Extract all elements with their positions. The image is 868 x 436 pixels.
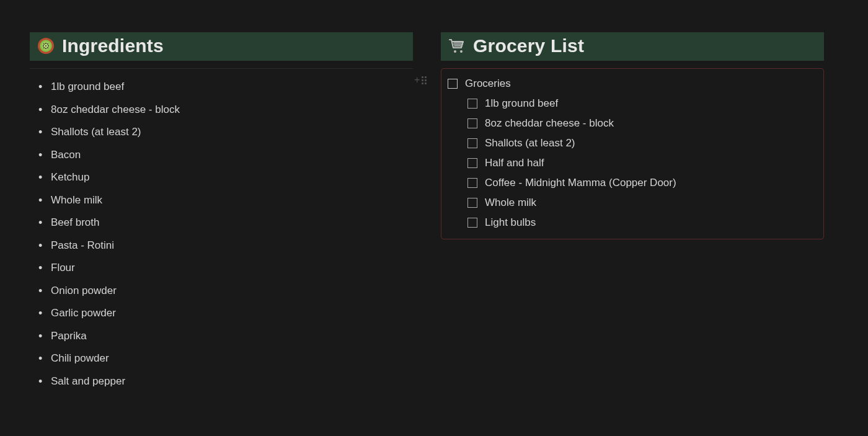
todo-label: Half and half — [485, 157, 544, 169]
todo-item[interactable]: Coffee - Midnight Mamma (Copper Door) — [446, 173, 818, 193]
list-item[interactable]: 8oz cheddar cheese - block — [38, 102, 413, 118]
add-block-button[interactable]: + — [414, 75, 420, 85]
list-item[interactable]: Ketchup — [38, 169, 413, 185]
list-item[interactable]: Shallots (at least 2) — [38, 124, 413, 140]
checkbox-icon[interactable] — [448, 79, 458, 89]
todo-label: Groceries — [465, 78, 511, 90]
checkbox-icon[interactable] — [467, 118, 477, 128]
list-item[interactable]: Beef broth — [38, 215, 413, 231]
list-item[interactable]: Garlic powder — [38, 305, 413, 321]
todo-label: 1lb ground beef — [485, 97, 558, 110]
todo-item[interactable]: Shallots (at least 2) — [446, 133, 818, 153]
todo-label: Whole milk — [485, 197, 536, 209]
ingredients-column: Ingredients 1lb ground beef8oz cheddar c… — [30, 32, 413, 396]
checkbox-icon[interactable] — [467, 138, 477, 148]
list-item[interactable]: Salt and pepper — [38, 373, 413, 389]
ingredients-heading[interactable]: Ingredients — [30, 32, 413, 61]
divider — [30, 68, 413, 69]
todo-item-parent[interactable]: Groceries — [446, 74, 818, 94]
grocery-heading[interactable]: Grocery List — [441, 32, 824, 61]
svg-point-0 — [454, 50, 456, 53]
list-item[interactable]: Onion powder — [38, 283, 413, 299]
todo-label: 8oz cheddar cheese - block — [485, 117, 614, 130]
drag-handle-icon[interactable] — [422, 76, 429, 84]
todo-label: Light bulbs — [485, 216, 536, 229]
shopping-cart-icon — [447, 36, 467, 56]
list-item[interactable]: Flour — [38, 260, 413, 276]
list-item[interactable]: Paprika — [38, 328, 413, 344]
block-handles: + — [414, 75, 429, 85]
todo-item[interactable]: Half and half — [446, 153, 818, 173]
grocery-column: Grocery List + Groceries 1lb ground beef… — [441, 32, 824, 396]
checkbox-icon[interactable] — [467, 99, 477, 109]
checkbox-icon[interactable] — [467, 158, 477, 168]
list-item[interactable]: Chili powder — [38, 350, 413, 367]
todo-label: Shallots (at least 2) — [485, 137, 575, 149]
todo-item[interactable]: 1lb ground beef — [446, 94, 818, 113]
ingredients-title: Ingredients — [62, 35, 164, 56]
list-item[interactable]: Bacon — [38, 147, 413, 163]
list-item[interactable]: Pasta - Rotini — [38, 238, 413, 254]
kiwi-icon — [36, 36, 56, 56]
list-item[interactable]: 1lb ground beef — [38, 79, 413, 95]
checkbox-icon[interactable] — [467, 178, 477, 188]
checkbox-icon[interactable] — [467, 198, 477, 208]
grocery-title: Grocery List — [473, 35, 584, 56]
list-item[interactable]: Whole milk — [38, 192, 413, 208]
todo-item[interactable]: Whole milk — [446, 193, 818, 213]
checkbox-icon[interactable] — [467, 218, 477, 228]
grocery-todo-block[interactable]: + Groceries 1lb ground beef8oz cheddar c… — [441, 68, 824, 239]
todo-label: Coffee - Midnight Mamma (Copper Door) — [485, 177, 676, 189]
todo-item[interactable]: 8oz cheddar cheese - block — [446, 113, 818, 133]
svg-point-1 — [460, 50, 463, 53]
ingredients-list: 1lb ground beef8oz cheddar cheese - bloc… — [30, 79, 413, 389]
todo-item[interactable]: Light bulbs — [446, 213, 818, 233]
